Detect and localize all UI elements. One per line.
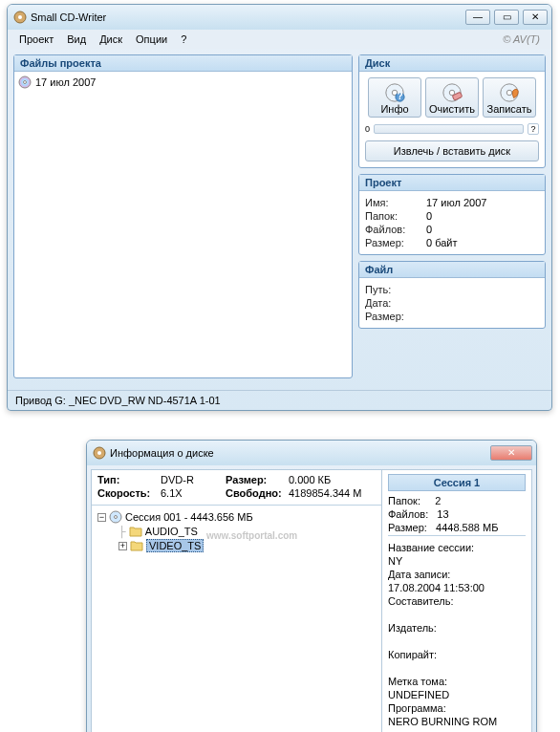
copyright-label: © AV(T): [497, 32, 546, 47]
sess-volume-value: UNDEFINED: [388, 689, 449, 700]
project-files-value: 0: [426, 224, 539, 235]
menu-proekt[interactable]: Проект: [13, 32, 59, 47]
progress-help-button[interactable]: ?: [528, 123, 539, 135]
files-panel-header: Файлы проекта: [14, 55, 352, 72]
info-button-label: Инфо: [380, 103, 408, 115]
titlebar[interactable]: Small CD-Writer — ▭ ✕: [8, 5, 551, 30]
maximize-button[interactable]: ▭: [494, 10, 519, 25]
folder-icon: [129, 526, 142, 537]
sess-files-value: 13: [437, 508, 448, 520]
burn-icon: [499, 82, 520, 103]
file-size-value: [426, 311, 539, 322]
sess-program-label: Программа:: [388, 702, 446, 714]
info-titlebar[interactable]: Информация о диске ✕: [87, 441, 536, 465]
progress-bar: [374, 124, 524, 134]
clear-button[interactable]: Очистить: [425, 77, 479, 118]
speed-value: 6.1X: [161, 487, 220, 499]
file-size-label: Размер:: [365, 311, 420, 322]
sess-publisher-label: Издатель:: [388, 622, 437, 634]
sess-folders-value: 2: [435, 495, 441, 506]
cd-icon: [18, 75, 32, 89]
sess-copyright-label: Копирайт:: [388, 649, 437, 660]
eject-button[interactable]: Извлечь / вставить диск: [365, 140, 539, 161]
project-name-label: Имя:: [365, 197, 420, 208]
file-path-label: Путь:: [365, 284, 420, 295]
file-date-label: Дата:: [365, 297, 420, 309]
minimize-button[interactable]: —: [465, 10, 490, 25]
disc-panel-header: Диск: [359, 55, 545, 72]
sess-author-label: Составитель:: [388, 595, 453, 607]
project-panel-header: Проект: [359, 175, 545, 191]
session-tree[interactable]: www.softportal.com − Сессия 001 - 4443.6…: [92, 506, 381, 695]
drive-status: Привод G: _NEC DVD_RW ND-4571A 1-01: [8, 390, 551, 410]
size-label: Размер:: [226, 474, 283, 485]
file-path-value: [426, 284, 539, 295]
project-folders-label: Папок:: [365, 210, 420, 222]
app-icon: [93, 446, 106, 460]
file-item-label: 17 июл 2007: [35, 76, 96, 88]
clear-button-label: Очистить: [429, 103, 475, 115]
sess-size-label: Размер:: [388, 522, 427, 533]
sess-name-label: Название сессии:: [388, 542, 474, 553]
folder-icon: [130, 540, 143, 551]
window-title: Small CD-Writer: [31, 11, 465, 23]
sess-files-label: Файлов:: [388, 508, 428, 520]
svg-point-16: [115, 516, 118, 519]
file-date-value: [426, 297, 539, 309]
menu-vid[interactable]: Вид: [61, 32, 92, 47]
sess-volume-label: Метка тома:: [388, 676, 447, 687]
type-value: DVD-R: [161, 474, 220, 485]
free-label: Свободно:: [226, 487, 283, 499]
eraser-icon: [442, 82, 463, 103]
disc-info-window: Информация о диске ✕ Тип: DVD-R Размер: …: [86, 440, 537, 732]
sess-size-value: 4448.588 МБ: [436, 522, 498, 533]
menubar: Проект Вид Диск Опции ? © AV(T): [8, 30, 551, 49]
file-panel-header: Файл: [359, 262, 545, 278]
project-size-value: 0 байт: [426, 237, 539, 248]
main-window: Small CD-Writer — ▭ ✕ Проект Вид Диск Оп…: [7, 4, 552, 411]
sess-date-label: Дата записи:: [388, 569, 450, 580]
tree-session[interactable]: − Сессия 001 - 4443.656 МБ: [97, 509, 376, 525]
project-name-value: 17 июл 2007: [426, 197, 539, 208]
expand-icon[interactable]: +: [118, 542, 127, 550]
svg-point-12: [506, 90, 512, 96]
close-button[interactable]: ✕: [523, 10, 548, 25]
file-list[interactable]: 17 июл 2007: [14, 72, 352, 377]
speed-label: Скорость:: [97, 487, 155, 499]
svg-point-1: [18, 15, 22, 19]
info-window-title: Информация о диске: [110, 447, 490, 459]
svg-point-14: [97, 451, 101, 455]
tree-audio[interactable]: ├ AUDIO_TS: [97, 525, 376, 538]
tree-session-label: Сессия 001 - 4443.656 МБ: [125, 511, 253, 523]
project-files-label: Файлов:: [365, 224, 420, 235]
tree-video-label: VIDEO_TS: [146, 539, 204, 552]
svg-text:?: ?: [397, 91, 402, 101]
type-label: Тип:: [97, 474, 155, 485]
info-close-button[interactable]: ✕: [490, 445, 532, 461]
info-icon: ?: [384, 82, 405, 103]
app-icon: [13, 11, 27, 24]
sess-date-value: 17.08.2004 11:53:00: [388, 582, 485, 593]
menu-optsii[interactable]: Опции: [130, 32, 173, 47]
session-header: Сессия 1: [388, 474, 526, 491]
file-item[interactable]: 17 июл 2007: [18, 75, 348, 89]
svg-point-3: [24, 81, 27, 84]
project-size-label: Размер:: [365, 237, 420, 248]
session-details: Сессия 1 Папок: 2 Файлов: 13 Размер: 444…: [382, 470, 531, 732]
sess-folders-label: Папок:: [388, 495, 420, 506]
size-value: 0.000 КБ: [289, 474, 376, 485]
tree-audio-label: AUDIO_TS: [145, 526, 198, 537]
progress-value: 0: [365, 124, 370, 134]
sess-name-value: NY: [388, 555, 402, 567]
write-button[interactable]: Записать: [483, 77, 536, 118]
collapse-icon[interactable]: −: [97, 513, 106, 522]
menu-disk[interactable]: Диск: [94, 32, 128, 47]
project-folders-value: 0: [426, 210, 539, 222]
write-button-label: Записать: [486, 103, 531, 115]
free-value: 4189854.344 М: [289, 487, 376, 499]
tree-video[interactable]: + VIDEO_TS: [97, 538, 376, 553]
sess-program-value: NERO BURNING ROM: [388, 716, 497, 727]
info-button[interactable]: ? Инфо: [368, 77, 421, 118]
menu-help[interactable]: ?: [175, 32, 192, 47]
cd-icon: [109, 510, 122, 524]
